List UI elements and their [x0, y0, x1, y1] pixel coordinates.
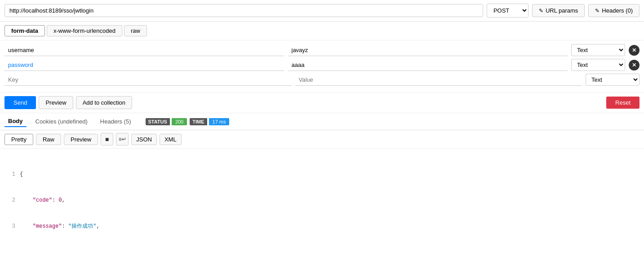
action-bar-left: Send Preview Add to collection: [4, 96, 132, 109]
param-type-password[interactable]: Text File: [571, 59, 625, 71]
json-line-3: 3 "message": "操作成功",: [6, 222, 638, 231]
time-label: TIME: [190, 118, 207, 125]
param-key-empty[interactable]: [4, 74, 292, 86]
param-type-empty[interactable]: Text File: [586, 74, 640, 86]
pretty-button[interactable]: Pretty: [4, 134, 33, 145]
top-bar: POST GET PUT DELETE PATCH ✎ URL params ✎…: [0, 0, 644, 22]
format-bar: Pretty Raw Preview ■ ≡↵ JSON XML: [0, 130, 644, 149]
param-row-password: Text File: [4, 59, 640, 71]
tab-form-data[interactable]: form-data: [4, 25, 45, 36]
status-badges: STATUS 200 TIME 17 ms: [146, 118, 230, 125]
param-row-empty: Text File: [4, 74, 640, 86]
tab-body[interactable]: Body: [4, 116, 27, 127]
body-tabs: form-data x-www-form-urlencoded raw: [0, 22, 644, 40]
json-line-2: 2 "code": 0,: [6, 196, 638, 205]
time-badge: TIME 17 ms: [190, 118, 229, 125]
response-body: 1 { 2 "code": 0, 3 "message": "操作成功", 4 …: [0, 149, 644, 247]
param-value-password[interactable]: [288, 59, 568, 71]
tab-cookies[interactable]: Cookies (undefined): [32, 116, 91, 127]
headers-button[interactable]: ✎ Headers (0): [588, 4, 640, 17]
tab-raw[interactable]: raw: [124, 25, 147, 36]
url-input[interactable]: [4, 4, 483, 17]
param-key-password[interactable]: [4, 59, 284, 71]
line-num-2: 2: [6, 196, 15, 205]
status-label: STATUS: [146, 118, 170, 125]
time-value: 17 ms: [209, 118, 230, 125]
preview-button[interactable]: Preview: [39, 96, 73, 109]
url-params-button[interactable]: ✎ URL params: [532, 4, 585, 17]
remove-username-button[interactable]: [629, 45, 640, 56]
param-value-username[interactable]: [288, 44, 568, 56]
param-type-username[interactable]: Text File: [571, 44, 625, 56]
add-to-collection-button[interactable]: Add to collection: [76, 96, 132, 109]
params-area: Text File Text File Text File: [0, 40, 644, 92]
preview-response-button[interactable]: Preview: [64, 134, 98, 145]
status-badge: STATUS 200: [146, 118, 187, 125]
send-button[interactable]: Send: [4, 96, 36, 109]
line-num-3: 3: [6, 222, 15, 231]
remove-password-button[interactable]: [629, 60, 640, 71]
response-tabs: Body Cookies (undefined) Headers (5) STA…: [0, 113, 644, 130]
wrap-icon[interactable]: ≡↵: [116, 133, 129, 146]
url-params-icon: ✎: [539, 8, 543, 14]
param-key-username[interactable]: [4, 44, 284, 56]
headers-icon: ✎: [595, 8, 600, 14]
xml-button[interactable]: XML: [160, 134, 182, 145]
method-select[interactable]: POST GET PUT DELETE PATCH: [487, 4, 529, 18]
reset-button[interactable]: Reset: [606, 97, 640, 109]
tab-x-www-form-urlencoded[interactable]: x-www-form-urlencoded: [47, 25, 122, 36]
status-value: 200: [172, 118, 187, 125]
action-bar: Send Preview Add to collection Reset: [0, 92, 644, 113]
json-button[interactable]: JSON: [131, 134, 157, 145]
param-value-empty[interactable]: [295, 74, 582, 86]
json-line-1: 1 {: [6, 170, 638, 179]
copy-icon[interactable]: ■: [101, 133, 113, 146]
raw-button[interactable]: Raw: [36, 134, 61, 145]
tab-headers[interactable]: Headers (5): [97, 116, 135, 127]
param-row-username: Text File: [4, 44, 640, 56]
line-num-1: 1: [6, 170, 15, 179]
